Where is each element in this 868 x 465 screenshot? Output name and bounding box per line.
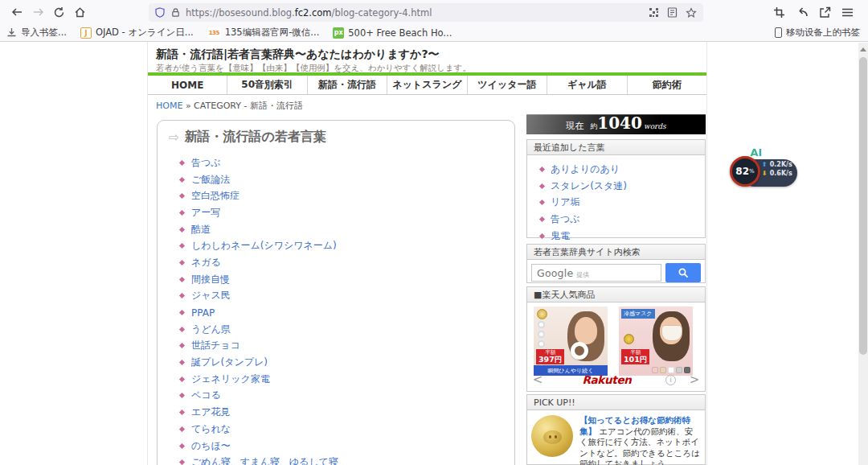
word-link[interactable]: てられな: [191, 422, 231, 436]
bookmark-import[interactable]: 导入书签...: [6, 27, 67, 39]
bullet-icon: [179, 459, 185, 465]
arrow-right-icon: ⇨: [169, 131, 179, 144]
word-link[interactable]: ジャス民: [191, 289, 231, 302]
menu-hamburger-icon[interactable]: [841, 7, 854, 18]
word-link[interactable]: エア花見: [191, 405, 231, 419]
url-bar[interactable]: https://bosesound.blog.fc2.com/blog-cate…: [149, 3, 703, 22]
price-badge: 半額 101円: [621, 349, 649, 364]
upload-speed: 0.2K/s: [770, 161, 792, 168]
category-heading: ⇨ 新語・流行語の若者言葉: [169, 129, 326, 146]
product-card-cooling-ring[interactable]: 半額 397円 瞬間ひんやり続く: [534, 307, 608, 376]
reply-arrow-icon[interactable]: [796, 6, 809, 18]
word-link[interactable]: ペコる: [191, 389, 221, 402]
site-title: 新語・流行語|若者言葉辞典〜あなたはわかりますか?〜: [156, 47, 440, 62]
tracking-shield-icon[interactable]: [155, 7, 165, 18]
word-list: 告つぶ ご飯論法 空白恐怖症: [180, 154, 506, 465]
category-word-box: ⇨ 新語・流行語の若者言葉 告つぶ ご飯論法: [157, 120, 515, 465]
recent-word-link[interactable]: スタレン(スタ連): [551, 179, 627, 193]
nav-item[interactable]: ネットスラング: [387, 76, 467, 94]
word-link[interactable]: ご飯論法: [191, 173, 230, 187]
share-icon[interactable]: [819, 6, 831, 19]
browser-chrome: https://bosesound.blog.fc2.com/blog-cate…: [0, 0, 868, 42]
bookmark-label: 导入书签...: [21, 27, 67, 39]
recent-word-link[interactable]: 鬼電: [551, 229, 570, 243]
word-link[interactable]: 酷道: [191, 223, 211, 237]
nav-item[interactable]: ツイッター語: [468, 76, 547, 94]
bookmark-pexels[interactable]: px 500+ Free Beach Ho...: [333, 27, 452, 39]
word-link[interactable]: 誕プレ(タンプレ): [191, 356, 268, 369]
reload-icon[interactable]: [48, 2, 69, 22]
search-input[interactable]: Google 提供: [531, 264, 661, 282]
word-link[interactable]: ごめん寝、すまん寝、ゆるして寝: [191, 455, 338, 465]
word-link[interactable]: 間接自慢: [191, 273, 230, 286]
import-bookmarks-icon: [6, 27, 17, 38]
nav-item[interactable]: HOME: [148, 76, 227, 94]
word-link[interactable]: 告つぶ: [191, 156, 221, 170]
carousel-prev-icon[interactable]: <: [527, 372, 548, 387]
bullet-icon: [179, 327, 185, 332]
qr-scan-icon[interactable]: [649, 7, 659, 18]
info-icon[interactable]: i: [665, 375, 676, 385]
mobile-bookmarks-label: 移动设备上的书签: [786, 27, 860, 39]
bookmark-label: 135编辑器官网-微信...: [225, 27, 320, 39]
ai-speed-widget[interactable]: AI 82% ⬆0.2K/s ⬇0.6K/s: [730, 146, 799, 158]
home-icon[interactable]: [69, 2, 90, 22]
bullet-icon: [179, 426, 185, 432]
lock-icon[interactable]: [170, 7, 181, 18]
nav-item[interactable]: 節約術: [628, 76, 706, 94]
bullet-icon: [539, 233, 545, 239]
forward-icon[interactable]: [27, 2, 48, 22]
screenshot-crop-icon[interactable]: [773, 6, 785, 19]
word-link[interactable]: しわしわネーム(シワシワネーム): [191, 239, 337, 253]
product-card-cool-mask[interactable]: 冷感マスク 半額 101円: [619, 307, 693, 376]
breadcrumb-home-link[interactable]: HOME: [156, 101, 182, 111]
search-button[interactable]: [665, 263, 701, 282]
bullet-icon: [179, 277, 185, 282]
ai-percent-value: 82: [735, 166, 749, 177]
back-icon[interactable]: [6, 2, 27, 22]
word-link[interactable]: ジェネリック家電: [191, 372, 270, 386]
word-link[interactable]: のちほ〜: [191, 439, 231, 453]
rakuten-logo[interactable]: Rakuten: [548, 373, 665, 386]
nav-item[interactable]: 50音別索引: [227, 76, 307, 94]
counter-unit: words: [644, 122, 666, 130]
search-provided-label: 提供: [576, 270, 589, 279]
browser-toolbar: https://bosesound.blog.fc2.com/blog-cate…: [0, 0, 868, 24]
reader-view-icon[interactable]: [667, 7, 678, 18]
bullet-icon: [179, 260, 185, 265]
recent-word-link[interactable]: 告つぶ: [551, 212, 580, 226]
word-list-item: てられな: [180, 421, 506, 438]
content-column: 新語・流行語|若者言葉辞典〜あなたはわかりますか?〜 若者が使う言葉を【意味】【…: [147, 42, 707, 465]
word-list-item: のちほ〜: [180, 438, 506, 455]
mobile-bookmarks[interactable]: 移动设备上的书签: [775, 27, 860, 39]
pickup-header: PICK UP!!: [527, 395, 705, 410]
bullet-icon: [179, 160, 185, 166]
bookmark-star-icon[interactable]: [686, 7, 697, 19]
recent-word-link[interactable]: リア垢: [551, 195, 580, 209]
scroll-up-icon[interactable]: [860, 47, 866, 51]
word-link[interactable]: PPAP: [191, 307, 215, 319]
bullet-icon: [179, 343, 185, 348]
word-link[interactable]: 世話チョコ: [191, 339, 240, 352]
nav-item[interactable]: 新語・流行語: [308, 76, 387, 94]
bookmark-135editor[interactable]: 135 135编辑器官网-微信...: [207, 27, 320, 39]
bullet-icon: [539, 167, 545, 172]
word-list-item: ペコる: [180, 388, 506, 405]
word-link[interactable]: うどん県: [191, 323, 231, 336]
carousel-next-icon[interactable]: >: [684, 372, 705, 387]
scrollbar-thumb[interactable]: [859, 57, 867, 355]
recent-word-item: 鬼電: [540, 228, 705, 245]
bullet-icon: [179, 377, 185, 382]
recent-word-link[interactable]: ありよりのあり: [551, 163, 620, 176]
word-link[interactable]: アー写: [191, 206, 220, 220]
bookmark-ojad[interactable]: J OJAD - オンライン日...: [80, 27, 194, 39]
word-link[interactable]: ネガる: [191, 256, 221, 270]
word-list-item: 間接自慢: [180, 271, 506, 288]
page-scrollbar[interactable]: [858, 43, 868, 465]
medal-badge-icon: [624, 334, 634, 344]
bullet-icon: [179, 193, 185, 199]
breadcrumb-category: CATEGORY - 新語・流行語: [194, 101, 303, 111]
download-arrow-icon: ⬇: [762, 170, 768, 177]
nav-item[interactable]: ギャル語: [547, 76, 627, 94]
word-link[interactable]: 空白恐怖症: [191, 189, 240, 203]
